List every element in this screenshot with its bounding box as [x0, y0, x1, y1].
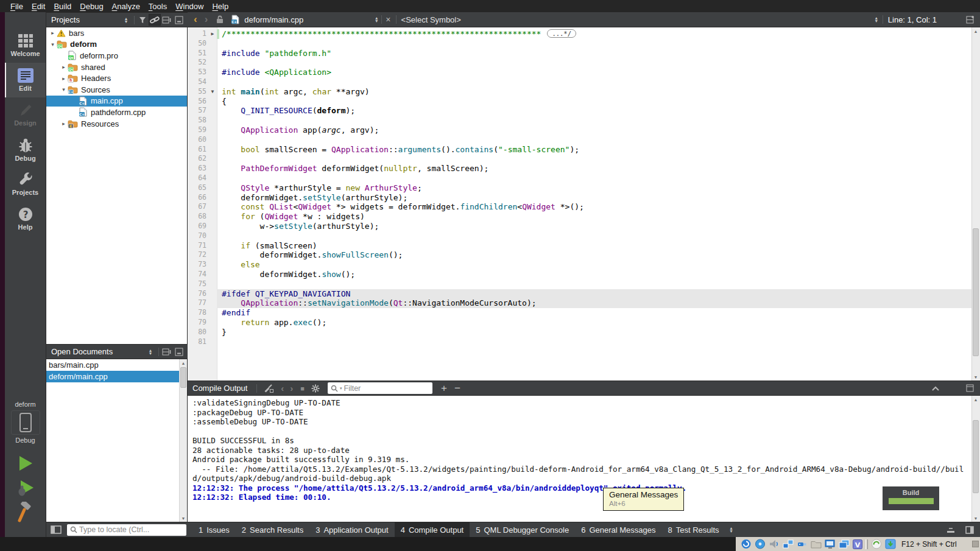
mouse-capture-icon[interactable] [871, 539, 882, 549]
fold-marker-expanded-icon[interactable]: ▼ [208, 87, 217, 97]
tree-item-deform[interactable]: ▾Qtdeform [46, 39, 187, 51]
usb-icon[interactable] [797, 539, 808, 549]
output-filter[interactable]: ▾ [328, 382, 432, 394]
locate-input[interactable] [79, 525, 177, 534]
mode-projects[interactable]: Projects [5, 167, 46, 202]
code-line-52[interactable]: 52 [188, 58, 971, 68]
code-editor[interactable]: 1▶/*************************************… [188, 27, 971, 381]
menu-file[interactable]: File [6, 2, 27, 11]
virtualization-icon[interactable]: V [853, 539, 862, 549]
toggle-left-sidebar-button[interactable] [50, 524, 62, 536]
code-line-64[interactable]: 64 [188, 174, 971, 183]
line-number[interactable]: 61 [188, 145, 208, 155]
sync-with-editor-button[interactable] [149, 14, 161, 26]
tree-item-sources[interactable]: ▾C+Sources [46, 84, 187, 96]
code-line-78[interactable]: 78#endif [188, 308, 971, 318]
folded-code-badge[interactable]: ...*/ [547, 29, 576, 38]
stop-icon[interactable]: ■ [300, 385, 305, 392]
scroll-up-icon[interactable]: ▲ [972, 27, 979, 35]
network-icon[interactable] [783, 539, 794, 549]
code-line-50[interactable]: 50 [188, 39, 971, 49]
line-number[interactable]: 70 [188, 231, 208, 241]
code-line-81[interactable]: 81 [188, 337, 971, 347]
line-number[interactable]: 79 [188, 318, 208, 328]
line-number[interactable]: 50 [188, 39, 208, 49]
line-number[interactable]: 57 [188, 106, 208, 116]
code-line-51[interactable]: 51#include "pathdeform.h" [188, 49, 971, 58]
line-number[interactable]: 58 [188, 116, 208, 125]
code-line-69[interactable]: 69 w->setStyle(arthurStyle); [188, 222, 971, 231]
split-panel-button[interactable] [161, 14, 173, 26]
audio-icon[interactable] [769, 539, 780, 549]
line-number[interactable]: 74 [188, 270, 208, 279]
display-icon[interactable] [825, 539, 836, 549]
line-number[interactable]: 68 [188, 212, 208, 222]
fold-marker-collapsed-icon[interactable]: ▶ [208, 29, 217, 39]
zoom-in-output-button[interactable]: + [441, 383, 447, 393]
line-number[interactable]: 59 [188, 125, 208, 135]
close-panel-button[interactable] [173, 346, 185, 357]
device-button[interactable] [11, 410, 40, 435]
open-doc-bars-main-cpp[interactable]: bars/main.cpp [46, 359, 187, 371]
menu-build[interactable]: Build [49, 2, 76, 11]
cdrom-icon[interactable] [755, 539, 766, 549]
code-line-70[interactable]: 70 [188, 231, 971, 241]
go-back-button[interactable]: ‹ [194, 13, 197, 26]
mode-welcome[interactable]: Welcome [5, 28, 46, 63]
code-line-79[interactable]: 79 return app.exec(); [188, 318, 971, 328]
line-number[interactable]: 62 [188, 154, 208, 164]
output-tab-test-results[interactable]: 8Test Results [662, 522, 725, 538]
scroll-up-icon[interactable]: ▲ [972, 396, 979, 403]
symbol-selector[interactable]: <Select Symbol> [401, 15, 461, 24]
keyboard-capture-icon[interactable] [885, 539, 896, 549]
scrollbar-thumb[interactable] [180, 367, 186, 388]
code-line-77[interactable]: 77 QApplication::setNavigationMode(Qt::N… [188, 298, 971, 308]
expand-arrow-icon[interactable]: ▸ [60, 75, 68, 82]
tree-item-headers[interactable]: ▸hHeaders [46, 72, 187, 84]
line-number[interactable]: 55 [188, 87, 208, 97]
scroll-up-icon[interactable]: ▲ [180, 359, 187, 367]
mode-edit[interactable]: Edit [5, 63, 46, 97]
code-line-61[interactable]: 61 bool smallScreen = QApplication::argu… [188, 145, 971, 155]
line-number[interactable]: 66 [188, 193, 208, 203]
clear-output-button[interactable] [263, 382, 275, 394]
code-line-59[interactable]: 59 QApplication app(argc, argv); [188, 125, 971, 135]
code-line-58[interactable]: 58 [188, 116, 971, 125]
previous-item-button[interactable]: ‹ [281, 382, 284, 395]
expand-arrow-icon[interactable]: ▸ [49, 30, 57, 36]
code-line-56[interactable]: 56{ [188, 97, 971, 107]
tree-item-deform-pro[interactable]: Qtdeform.pro [46, 50, 187, 61]
resize-grip[interactable] [972, 541, 979, 547]
code-line-67[interactable]: 67 const QList<QWidget *> widgets = defo… [188, 202, 971, 212]
menu-debug[interactable]: Debug [76, 2, 107, 11]
code-line-60[interactable]: 60 [188, 135, 971, 145]
code-line-1[interactable]: 1▶/*************************************… [188, 29, 971, 39]
combo-arrows-icon[interactable]: ▴▾ [875, 16, 878, 23]
line-number[interactable]: 76 [188, 289, 208, 299]
menu-tools[interactable]: Tools [144, 2, 171, 11]
tree-item-pathdeform-cpp[interactable]: C+pathdeform.cpp [46, 107, 187, 118]
panel-combo-button[interactable]: ▴▾ [120, 14, 132, 26]
line-number[interactable]: 53 [188, 68, 208, 77]
scrollbar-thumb[interactable] [973, 420, 979, 493]
code-line-72[interactable]: 72 deformWidget.showFullScreen(); [188, 250, 971, 260]
expand-arrow-icon[interactable]: ▸ [60, 64, 68, 70]
collapse-arrow-icon[interactable]: ▾ [60, 86, 68, 93]
output-scrollbar[interactable]: ▲ ▼ [971, 396, 980, 522]
chevron-up-icon[interactable] [932, 386, 939, 391]
code-line-66[interactable]: 66 deformWidget.setStyle(arthurStyle); [188, 193, 971, 203]
menu-window[interactable]: Window [171, 2, 208, 11]
folder-icon[interactable] [811, 539, 822, 549]
line-number[interactable]: 73 [188, 260, 208, 270]
code-line-57[interactable]: 57 Q_INIT_RESOURCE(deform); [188, 106, 971, 116]
output-tab-issues[interactable]: 1Issues [192, 522, 236, 538]
line-number[interactable]: 71 [188, 241, 208, 251]
menu-help[interactable]: Help [208, 2, 233, 11]
code-line-80[interactable]: 80} [188, 328, 971, 337]
open-doc-deform-main-cpp[interactable]: deform/main.cpp [46, 371, 187, 382]
code-line-71[interactable]: 71 if (smallScreen) [188, 241, 971, 251]
close-panel-button[interactable] [173, 14, 185, 26]
line-number[interactable]: 1 [188, 29, 208, 39]
close-document-icon[interactable]: × [386, 15, 390, 24]
code-line-65[interactable]: 65 QStyle *arthurStyle = new ArthurStyle… [188, 183, 971, 193]
